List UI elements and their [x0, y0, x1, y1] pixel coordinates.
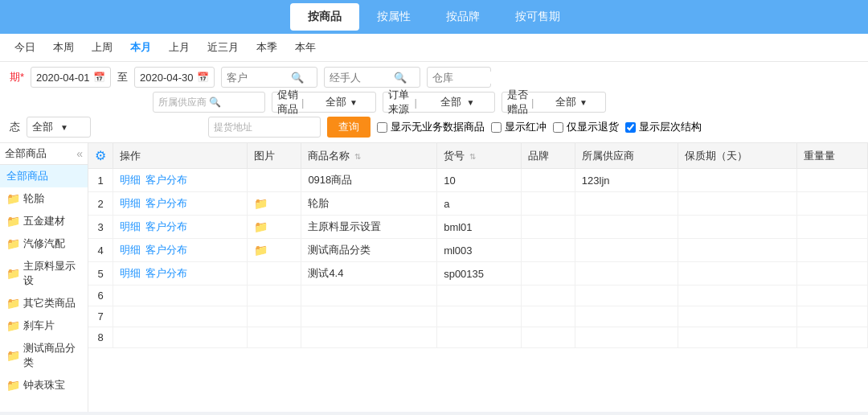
checkbox-no-data-input[interactable]: [377, 122, 387, 133]
row-supplier: 123ljn: [575, 169, 678, 192]
checkbox-return-input[interactable]: [553, 122, 563, 133]
customer-distribution-link[interactable]: 客户分布: [145, 220, 187, 232]
is-gift-label: 是否赠品: [507, 88, 528, 117]
row-operations: 明细客户分布: [113, 192, 248, 216]
gear-icon[interactable]: ⚙: [95, 149, 106, 162]
tab-by-sale-period[interactable]: 按可售期: [497, 3, 578, 31]
promotion-select[interactable]: 促销商品 | 全部 ▼: [272, 92, 376, 113]
agent-input[interactable]: 🔍: [324, 67, 420, 88]
status-select[interactable]: 全部 ▼: [27, 117, 91, 138]
row-code: [437, 286, 522, 306]
row-number: 6: [88, 286, 113, 306]
checkbox-red-input[interactable]: [491, 122, 502, 133]
date-tab-season[interactable]: 本季: [252, 39, 282, 56]
table-row: 3明细客户分布📁主原料显示设置bml01: [88, 216, 868, 239]
row-operations: 明细客户分布: [113, 239, 248, 262]
row-image: 📁: [248, 239, 301, 262]
row-weight: [797, 169, 868, 192]
filter-area: 期* 2020-04-01 📅 至 2020-04-30 📅 🔍 🔍 所属供应商…: [0, 62, 868, 143]
checkbox-hierarchy[interactable]: 显示层次结构: [625, 120, 702, 134]
sidebar-item-material[interactable]: 📁 主原料显示设: [0, 255, 88, 292]
query-button[interactable]: 查询: [327, 117, 371, 138]
customer-distribution-link[interactable]: 客户分布: [145, 174, 187, 186]
tab-by-product[interactable]: 按商品: [290, 3, 359, 31]
folder-icon-hardware: 📁: [6, 215, 20, 228]
supplier-search-icon[interactable]: 🔍: [209, 97, 260, 108]
date-tab-lastmonth[interactable]: 上月: [164, 39, 194, 56]
detail-link[interactable]: 明细: [120, 197, 141, 209]
customer-distribution-link[interactable]: 客户分布: [145, 244, 187, 256]
row-product-name: 测试4.4: [301, 262, 437, 286]
agent-search-icon[interactable]: 🔍: [394, 72, 407, 84]
row-operations: [113, 306, 248, 327]
checkbox-hierarchy-input[interactable]: [625, 122, 636, 133]
sidebar-label-brake: 刹车片: [23, 318, 55, 333]
order-source-select[interactable]: 订单来源 | 全部 ▼: [383, 92, 495, 113]
checkbox-red[interactable]: 显示红冲: [491, 120, 547, 134]
sidebar-item-auto[interactable]: 📁 汽修汽配: [0, 232, 88, 255]
all-goods-label: 全部商品: [6, 169, 48, 183]
warehouse-input[interactable]: [427, 67, 491, 88]
is-gift-select[interactable]: 是否赠品 | 全部 ▼: [502, 92, 606, 113]
checkbox-return[interactable]: 仅显示退货: [553, 120, 619, 134]
sidebar-item-tire[interactable]: 📁 轮胎: [0, 187, 88, 210]
date-tab-week[interactable]: 本周: [48, 39, 79, 56]
customer-input[interactable]: 🔍: [221, 67, 317, 88]
row-product-name: 测试商品分类: [301, 239, 437, 262]
row-number: 8: [88, 327, 113, 348]
agent-field[interactable]: [330, 72, 394, 84]
date-tab-month[interactable]: 本月: [125, 39, 156, 56]
product-name-sort-icon[interactable]: ⇅: [354, 152, 361, 161]
detail-link[interactable]: 明细: [120, 220, 141, 232]
date-tab-today[interactable]: 今日: [10, 39, 40, 56]
row-brand: [521, 169, 575, 192]
sidebar-item-brake[interactable]: 📁 刹车片: [0, 314, 88, 337]
order-source-value: 全部: [440, 95, 464, 109]
date-tab-lastweek[interactable]: 上周: [87, 39, 117, 56]
sidebar-item-test[interactable]: 📁 测试商品分类: [0, 337, 88, 374]
date-tab-year[interactable]: 本年: [290, 39, 321, 56]
sidebar-item-other[interactable]: 📁 其它类商品: [0, 292, 88, 314]
detail-link[interactable]: 明细: [120, 244, 141, 256]
product-table: ⚙ 操作 图片 商品名称 ⇅ 货号 ⇅ 品牌 所属供应商 保质期（天） 重: [88, 143, 868, 348]
row-weight: [797, 262, 868, 286]
row-operations: [113, 286, 248, 306]
folder-icon-material: 📁: [6, 267, 20, 280]
sidebar-item-all[interactable]: 全部商品: [0, 165, 88, 187]
row-supplier: [575, 216, 678, 239]
tab-by-attribute[interactable]: 按属性: [359, 3, 428, 31]
date-from-input[interactable]: 2020-04-01 📅: [31, 67, 111, 88]
customer-distribution-link[interactable]: 客户分布: [145, 197, 187, 209]
customer-search-icon[interactable]: 🔍: [291, 72, 304, 84]
date-to-input[interactable]: 2020-04-30 📅: [134, 67, 215, 88]
customer-distribution-link[interactable]: 客户分布: [145, 267, 187, 279]
date-tab-3months[interactable]: 近三月: [203, 39, 244, 56]
row-product-name: [301, 327, 437, 348]
row-brand: [521, 192, 575, 216]
row-product-name: 0918商品: [301, 169, 437, 192]
delivery-input[interactable]: 提货地址: [208, 117, 321, 138]
row-product-name: 轮胎: [301, 192, 437, 216]
detail-link[interactable]: 明细: [120, 174, 141, 186]
status-value: 全部: [32, 120, 57, 134]
row-number: 1: [88, 169, 113, 192]
tab-by-brand[interactable]: 按品牌: [428, 3, 497, 31]
sidebar-header: 全部商品 «: [0, 143, 88, 165]
row-weight: [797, 192, 868, 216]
row-brand: [521, 262, 575, 286]
warehouse-field[interactable]: [432, 72, 497, 84]
row-image: [248, 262, 301, 286]
expiry-column-header: 保质期（天）: [678, 143, 796, 169]
supplier-input[interactable]: 所属供应商 🔍: [153, 92, 265, 113]
sidebar-label-test: 测试商品分类: [23, 341, 81, 370]
collapse-button[interactable]: «: [76, 147, 83, 160]
detail-link[interactable]: 明细: [120, 267, 141, 279]
delivery-placeholder: 提货地址: [214, 121, 315, 134]
sidebar-item-hardware[interactable]: 📁 五金建材: [0, 210, 88, 232]
customer-field[interactable]: [227, 72, 291, 84]
checkbox-no-data[interactable]: 显示无业务数据商品: [377, 120, 485, 134]
row-weight: [797, 306, 868, 327]
code-sort-icon[interactable]: ⇅: [469, 152, 476, 161]
sidebar-item-watch[interactable]: 📁 钟表珠宝: [0, 374, 88, 397]
settings-column-header: ⚙: [88, 143, 113, 169]
